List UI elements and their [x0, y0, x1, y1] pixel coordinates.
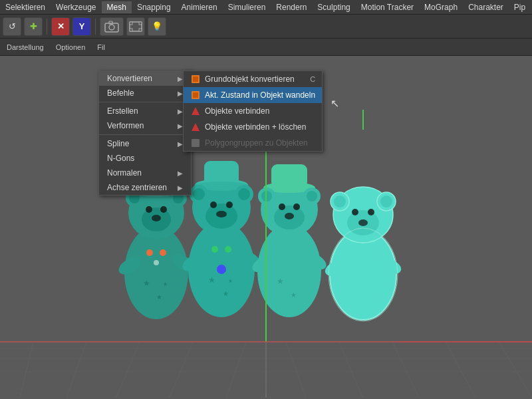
svg-point-91 — [352, 209, 358, 215]
svg-point-44 — [146, 249, 153, 256]
svg-point-79 — [285, 213, 294, 219]
menu-selektieren[interactable]: Selektieren — [0, 1, 51, 13]
svg-line-19 — [226, 342, 246, 398]
menu-motion-tracker[interactable]: Motion Tracker — [356, 1, 419, 13]
mesh-verformen[interactable]: Verformen ▶ — [99, 118, 191, 133]
menu-simulieren[interactable]: Simulieren — [223, 1, 271, 13]
svg-line-24 — [446, 342, 475, 398]
svg-text:★: ★ — [291, 291, 297, 299]
svg-point-93 — [358, 219, 368, 226]
tool-y[interactable]: Y — [72, 17, 91, 36]
svg-point-55 — [238, 188, 250, 200]
svg-line-25 — [499, 342, 532, 398]
toolbar-separator-2 — [95, 19, 96, 35]
svg-marker-106 — [192, 107, 200, 115]
mesh-normalen[interactable]: Normalen ▶ — [99, 166, 191, 180]
svg-point-67 — [217, 265, 226, 274]
svg-line-23 — [392, 342, 419, 398]
tool-film[interactable] — [126, 17, 145, 36]
svg-text:★: ★ — [223, 290, 229, 297]
mesh-sep-1 — [99, 102, 191, 102]
svg-point-73 — [261, 191, 272, 201]
svg-text:★: ★ — [156, 293, 162, 301]
svg-rect-71 — [271, 164, 307, 188]
konvertieren-submenu: Grundobjekt konvertieren C Akt. Zustand … — [183, 70, 323, 152]
menu-bar: Selektieren Werkzeuge Mesh Snapping Anim… — [0, 0, 532, 15]
mesh-erstellen[interactable]: Erstellen ▶ — [99, 104, 191, 118]
svg-rect-108 — [192, 139, 200, 147]
svg-rect-6 — [130, 29, 132, 31]
svg-point-57 — [210, 201, 217, 208]
svg-point-53 — [193, 188, 205, 200]
mesh-achse[interactable]: Achse zentrieren ▶ — [99, 180, 191, 195]
svg-rect-4 — [130, 22, 132, 25]
svg-text:★: ★ — [143, 279, 150, 288]
svg-rect-7 — [139, 29, 142, 31]
svg-point-89 — [380, 196, 392, 207]
mesh-spline[interactable]: Spline ▶ — [99, 136, 191, 151]
tool-rotate[interactable]: ↺ — [3, 17, 21, 36]
mesh-befehle[interactable]: Befehle ▶ — [99, 86, 191, 100]
svg-line-21 — [286, 342, 306, 398]
menu-sculpting[interactable]: Sculpting — [312, 1, 355, 13]
svg-point-46 — [154, 260, 159, 265]
viewport: ★ ★ ★ ★ ★ — [0, 56, 532, 398]
verbinden-loeschen-icon — [190, 122, 201, 132]
tb2-filter[interactable]: Fil — [93, 42, 109, 53]
konv-grundobjekt[interactable]: Grundobjekt konvertieren C — [184, 71, 322, 87]
svg-point-78 — [293, 203, 300, 210]
menu-werkzeuge[interactable]: Werkzeuge — [51, 1, 101, 13]
svg-marker-107 — [192, 123, 200, 131]
menu-charakter[interactable]: Charakter — [463, 1, 509, 13]
tb2-darstellung[interactable]: Darstellung — [3, 42, 48, 53]
svg-text:★: ★ — [208, 275, 215, 285]
menu-pip[interactable]: Pip — [509, 1, 531, 13]
tool-x[interactable]: ✕ — [51, 17, 70, 36]
svg-point-38 — [152, 215, 161, 221]
mesh-ngons[interactable]: N-Gons — [99, 151, 191, 166]
svg-point-77 — [279, 203, 285, 210]
svg-rect-103 — [193, 76, 198, 82]
menu-mesh[interactable]: Mesh — [102, 1, 132, 13]
menu-mograph[interactable]: MoGraph — [419, 1, 463, 13]
svg-point-65 — [211, 246, 218, 253]
tb2-optionen[interactable]: Optionen — [52, 42, 90, 53]
svg-point-45 — [160, 249, 166, 256]
toolbar2: Darstellung Optionen Fil — [0, 39, 532, 56]
svg-point-37 — [160, 206, 167, 213]
svg-point-58 — [226, 201, 233, 208]
mesh-sep-2 — [99, 134, 191, 135]
svg-line-17 — [116, 342, 140, 398]
svg-text:★: ★ — [228, 278, 233, 284]
svg-line-22 — [339, 342, 362, 398]
konv-polygongruppen: Polygongruppen zu Objekten — [184, 135, 322, 151]
svg-point-92 — [368, 209, 374, 215]
konv-verbinden-loeschen[interactable]: Objekte verbinden + löschen — [184, 119, 322, 135]
konv-verbinden[interactable]: Objekte verbinden — [184, 103, 322, 119]
tool-light[interactable]: 💡 — [148, 17, 166, 36]
mesh-dropdown: Konvertieren ▶ Befehle ▶ Erstellen ▶ Ver… — [98, 70, 192, 196]
toolbar: ↺ ✚ ✕ Y 💡 — [0, 15, 532, 39]
svg-rect-105 — [193, 92, 198, 98]
svg-point-36 — [146, 206, 152, 213]
tool-add[interactable]: ✚ — [24, 17, 43, 36]
svg-text:★: ★ — [277, 277, 284, 286]
svg-text:★: ★ — [163, 281, 168, 287]
tool-camera[interactable] — [100, 17, 124, 36]
svg-point-75 — [307, 191, 317, 201]
menu-rendern[interactable]: Rendern — [271, 1, 312, 13]
mesh-konvertieren[interactable]: Konvertieren ▶ — [99, 71, 191, 86]
svg-point-87 — [334, 196, 346, 207]
svg-line-16 — [66, 342, 86, 398]
grundobjekt-icon — [190, 74, 201, 84]
toolbar-separator-1 — [47, 19, 47, 35]
svg-point-1 — [109, 25, 114, 30]
menu-snapping[interactable]: Snapping — [132, 1, 176, 13]
verbinden-icon — [190, 106, 201, 116]
polygongruppen-icon — [190, 138, 201, 148]
svg-rect-2 — [109, 21, 112, 24]
svg-point-59 — [216, 211, 227, 217]
menu-animieren[interactable]: Animieren — [176, 1, 223, 13]
svg-line-18 — [170, 342, 193, 398]
konv-zustand[interactable]: Akt. Zustand in Objekt wandeln — [184, 87, 322, 103]
